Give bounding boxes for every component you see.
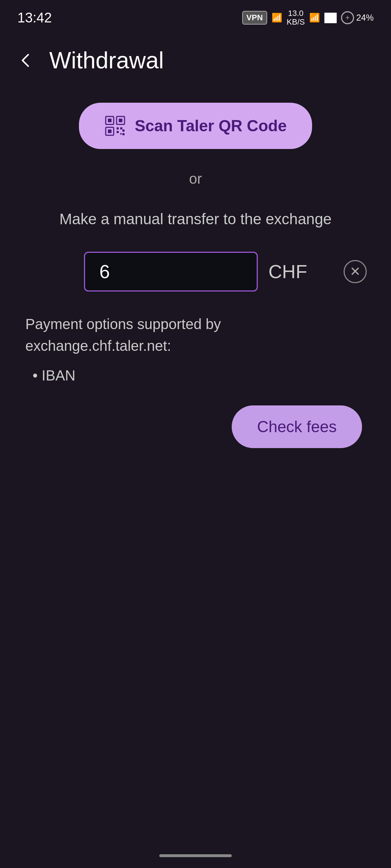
- wifi-icon: 📶: [309, 13, 320, 23]
- check-fees-container: Check fees: [22, 405, 369, 448]
- battery-percent: 24%: [356, 13, 374, 23]
- signal-icon: ██: [324, 13, 337, 23]
- svg-rect-7: [120, 127, 122, 129]
- or-divider: or: [189, 171, 202, 187]
- main-content: Scan Taler QR Code or Make a manual tran…: [0, 81, 391, 463]
- speed-indicator: 13.0KB/S: [287, 9, 305, 26]
- scan-button-label: Scan Taler QR Code: [135, 117, 287, 135]
- back-button[interactable]: [17, 52, 35, 69]
- payment-section: Payment options supported by exchange.ch…: [22, 313, 369, 384]
- status-icons: VPN 📶 13.0KB/S 📶 ██ 24%: [242, 9, 374, 26]
- svg-rect-8: [117, 131, 119, 133]
- page-title: Withdrawal: [49, 47, 164, 74]
- back-arrow-icon: [17, 52, 35, 69]
- battery-icon: [341, 11, 354, 24]
- scan-qr-button[interactable]: Scan Taler QR Code: [79, 103, 312, 149]
- svg-rect-11: [122, 129, 125, 132]
- payment-option-iban: • IBAN: [25, 367, 366, 384]
- clear-icon: ✕: [350, 264, 361, 279]
- vpn-badge: VPN: [242, 11, 267, 25]
- top-nav: Withdrawal: [0, 29, 391, 81]
- amount-row: ✕ CHF: [22, 252, 369, 292]
- payment-options-title: Payment options supported by exchange.ch…: [25, 313, 366, 357]
- svg-rect-9: [122, 133, 125, 135]
- manual-transfer-text: Make a manual transfer to the exchange: [59, 209, 332, 230]
- battery-container: 24%: [341, 11, 374, 24]
- clear-button[interactable]: ✕: [344, 260, 367, 283]
- svg-rect-1: [108, 119, 112, 122]
- check-fees-button[interactable]: Check fees: [232, 405, 362, 448]
- svg-rect-10: [120, 133, 122, 135]
- status-time: 13:42: [17, 10, 52, 26]
- check-fees-label: Check fees: [257, 418, 337, 435]
- svg-rect-3: [119, 119, 122, 122]
- amount-input[interactable]: [92, 261, 344, 282]
- qr-code-icon: [104, 115, 126, 137]
- svg-rect-5: [108, 129, 112, 133]
- status-bar: 13:42 VPN 📶 13.0KB/S 📶 ██ 24%: [0, 0, 391, 29]
- amount-input-container: ✕: [84, 252, 258, 292]
- home-indicator: [159, 854, 232, 857]
- svg-rect-6: [117, 127, 119, 129]
- bluetooth-icon: 📶: [272, 13, 282, 23]
